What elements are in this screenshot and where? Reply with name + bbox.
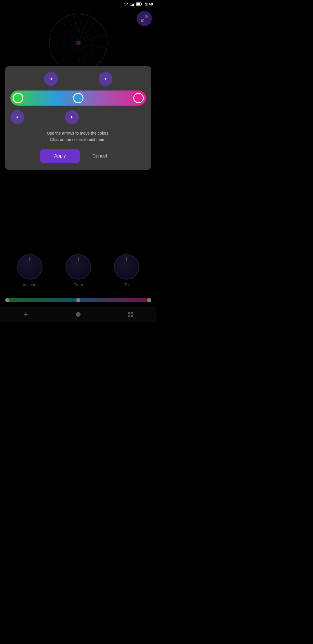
battery-icon bbox=[136, 2, 142, 6]
wifi-icon bbox=[123, 2, 128, 6]
left-arrow-2-button[interactable] bbox=[99, 72, 112, 86]
svg-line-20 bbox=[47, 43, 78, 44]
action-buttons-row: Apply Cancel bbox=[10, 149, 146, 163]
from-knob[interactable] bbox=[65, 254, 91, 280]
color-editor-modal: Use the arrows to move the colors. Click… bbox=[5, 66, 151, 170]
navigation-bar bbox=[0, 307, 156, 322]
svg-rect-40 bbox=[128, 312, 130, 314]
knob-item-anchors: Anchors bbox=[17, 254, 43, 287]
to-label: To bbox=[124, 283, 129, 287]
bottom-slider-dot-mid[interactable] bbox=[76, 298, 80, 302]
svg-line-13 bbox=[78, 12, 82, 43]
back-nav-icon bbox=[23, 311, 30, 318]
svg-line-10 bbox=[78, 26, 102, 43]
svg-line-16 bbox=[59, 17, 78, 43]
status-bar: 5:40 bbox=[0, 0, 156, 8]
color-stop-pink[interactable] bbox=[133, 93, 144, 103]
svg-line-37 bbox=[145, 16, 147, 18]
chevron-left-icon bbox=[48, 76, 54, 82]
instructions-text: Use the arrows to move the colors. Click… bbox=[10, 130, 146, 143]
svg-rect-6 bbox=[141, 3, 142, 5]
from-label: From bbox=[74, 283, 83, 287]
recents-nav-button[interactable] bbox=[125, 309, 136, 320]
svg-line-11 bbox=[78, 19, 97, 43]
gradient-slider[interactable] bbox=[10, 91, 146, 106]
svg-rect-3 bbox=[130, 5, 131, 6]
expand-button[interactable] bbox=[137, 11, 152, 26]
color-stop-blue[interactable] bbox=[73, 93, 83, 103]
signal-icon bbox=[130, 2, 134, 6]
chevron-right-icon bbox=[14, 114, 20, 120]
color-stop-green[interactable] bbox=[13, 93, 23, 103]
back-nav-button[interactable] bbox=[21, 309, 31, 320]
svg-rect-5 bbox=[137, 3, 140, 5]
knob-item-to: To bbox=[114, 254, 139, 287]
svg-point-36 bbox=[76, 41, 81, 45]
anchors-knob[interactable] bbox=[17, 254, 43, 280]
expand-icon bbox=[141, 15, 148, 22]
anchors-label: Anchors bbox=[23, 283, 37, 287]
bottom-slider-dot-left[interactable] bbox=[5, 298, 9, 302]
svg-rect-1 bbox=[132, 4, 133, 6]
bottom-gradient-slider[interactable] bbox=[5, 298, 151, 302]
bottom-slider-dot-right[interactable] bbox=[147, 298, 151, 302]
svg-line-30 bbox=[78, 43, 105, 56]
chevron-right-icon-2 bbox=[69, 114, 75, 120]
home-nav-icon bbox=[75, 311, 82, 318]
home-nav-button[interactable] bbox=[73, 309, 83, 320]
clock: 5:40 bbox=[145, 2, 153, 6]
svg-rect-41 bbox=[131, 312, 133, 314]
svg-line-15 bbox=[66, 13, 78, 43]
left-arrow-1-button[interactable] bbox=[44, 72, 58, 86]
to-knob[interactable] bbox=[114, 254, 139, 280]
apply-button[interactable]: Apply bbox=[40, 149, 80, 163]
right-arrow-1-button[interactable] bbox=[10, 110, 24, 124]
top-arrow-row bbox=[10, 72, 146, 86]
svg-line-14 bbox=[74, 12, 78, 43]
bottom-arrow-row bbox=[10, 110, 146, 124]
svg-rect-0 bbox=[133, 4, 134, 6]
knobs-section: Anchors From To bbox=[0, 254, 156, 287]
cancel-button[interactable]: Cancel bbox=[83, 149, 116, 163]
spiral-viz bbox=[46, 11, 110, 75]
svg-point-39 bbox=[76, 312, 81, 317]
chevron-left-icon-2 bbox=[103, 76, 108, 82]
svg-rect-42 bbox=[128, 315, 130, 317]
svg-line-38 bbox=[141, 19, 144, 21]
svg-rect-43 bbox=[131, 315, 133, 317]
svg-line-31 bbox=[78, 43, 108, 48]
knob-item-from: From bbox=[65, 254, 91, 287]
right-arrow-2-button[interactable] bbox=[65, 110, 79, 124]
svg-rect-2 bbox=[131, 5, 132, 6]
svg-line-18 bbox=[49, 29, 78, 43]
status-icons: 5:40 bbox=[123, 2, 153, 6]
svg-line-21 bbox=[49, 43, 78, 52]
recents-nav-icon bbox=[127, 311, 134, 318]
